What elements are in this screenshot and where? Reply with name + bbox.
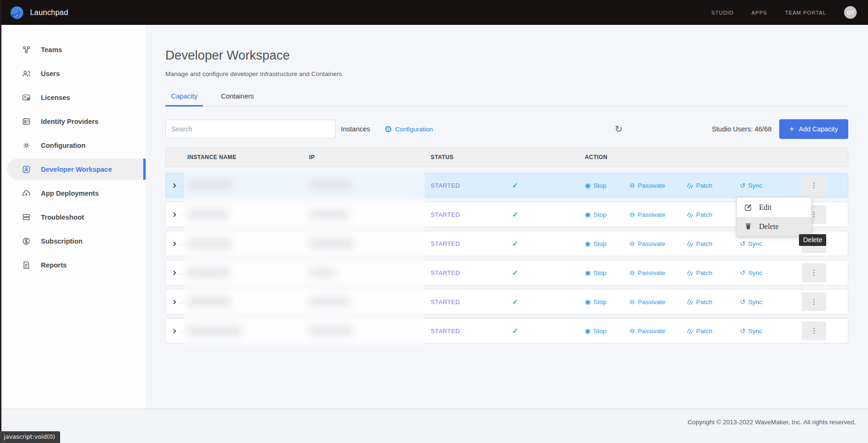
- top-navbar: Launchpad STUDIO APPS TEAM PORTAL GT: [0, 0, 868, 25]
- menu-item-edit[interactable]: Edit: [737, 198, 811, 217]
- menu-item-delete[interactable]: Delete: [737, 217, 811, 236]
- toolbar: Instances ⚙ Configuration ↻ Studio Users…: [165, 119, 848, 139]
- table-row: .. STARTED ✓ ◉Stop ⊖Passivate Patch ↺Syn…: [165, 173, 848, 198]
- sidebar-item-label: Developer Workspace: [41, 166, 112, 173]
- configuration-link[interactable]: ⚙ Configuration: [384, 125, 433, 134]
- sync-button[interactable]: ↺Sync: [740, 298, 782, 306]
- stop-icon: ◉: [585, 328, 590, 334]
- patch-button[interactable]: Patch: [687, 328, 740, 335]
- stop-button[interactable]: ◉Stop: [585, 211, 629, 218]
- row-menu-kebab-icon[interactable]: ⋮: [802, 263, 826, 282]
- row-menu-kebab-icon[interactable]: ⋮: [802, 176, 826, 195]
- sidebar-item-troubleshoot[interactable]: Troubleshoot: [0, 206, 146, 228]
- passivate-button[interactable]: ⊖Passivate: [629, 298, 687, 306]
- sync-icon: ↺: [740, 328, 745, 334]
- page-title: Developer Workspace: [165, 48, 848, 63]
- expand-chevron-icon[interactable]: [172, 299, 177, 305]
- brand[interactable]: Launchpad: [9, 5, 68, 20]
- sidebar-item-label: Licenses: [41, 94, 70, 101]
- stop-button[interactable]: ◉Stop: [585, 240, 629, 247]
- redacted-prefix: ..: [179, 183, 183, 188]
- expand-chevron-icon[interactable]: [172, 183, 177, 188]
- sidebar-item-developer-workspace[interactable]: Developer Workspace: [7, 159, 146, 180]
- redacted-instance-name: [187, 267, 230, 278]
- sidebar-item-reports[interactable]: Reports: [0, 254, 146, 275]
- redacted-ip: [309, 181, 352, 190]
- passivate-button[interactable]: ⊖Passivate: [629, 328, 687, 335]
- expand-chevron-icon[interactable]: [172, 212, 177, 217]
- tab-containers[interactable]: Containers: [215, 92, 259, 106]
- sidebar-item-users[interactable]: Users: [0, 63, 146, 84]
- passivate-button[interactable]: ⊖Passivate: [629, 240, 687, 247]
- patch-button[interactable]: Patch: [687, 211, 740, 218]
- status-badge: STARTED: [431, 182, 512, 189]
- table-row: .. STARTED ✓ ◉Stop ⊖Passivate Patch ↺Syn…: [165, 289, 848, 314]
- sync-icon: ↺: [740, 182, 745, 189]
- stop-icon: ◉: [585, 240, 590, 247]
- passivate-button[interactable]: ⊖Passivate: [629, 211, 687, 218]
- redacted-instance-name: [187, 238, 232, 249]
- passivate-button[interactable]: ⊖Passivate: [629, 182, 687, 189]
- sidebar-item-configuration[interactable]: Configuration: [0, 135, 146, 156]
- stop-button[interactable]: ◉Stop: [585, 182, 629, 189]
- sync-button[interactable]: ↺Sync: [740, 182, 782, 189]
- sync-button[interactable]: ↺Sync: [740, 269, 782, 276]
- gear-icon: ⚙: [384, 125, 392, 134]
- status-badge: STARTED: [431, 269, 512, 276]
- stop-icon: ◉: [585, 298, 590, 305]
- tab-capacity[interactable]: Capacity: [165, 92, 203, 106]
- refresh-icon[interactable]: ↻: [615, 124, 623, 134]
- table-row: .. STARTED ✓ ◉Stop ⊖Passivate Patch ↺Syn…: [165, 260, 848, 285]
- stop-button[interactable]: ◉Stop: [585, 328, 629, 335]
- sidebar-item-teams[interactable]: Teams: [0, 39, 146, 60]
- search-input[interactable]: [165, 120, 335, 138]
- sync-icon: ↺: [740, 269, 745, 276]
- developer-workspace-icon: [22, 165, 31, 174]
- sidebar-item-label: Troubleshoot: [41, 214, 84, 221]
- nav-link-apps[interactable]: APPS: [752, 10, 767, 15]
- column-action: ACTION: [585, 154, 848, 160]
- row-menu-kebab-icon[interactable]: ⋮: [802, 292, 826, 311]
- configuration-icon: [22, 141, 31, 150]
- success-check-icon: ✓: [512, 327, 518, 336]
- patch-button[interactable]: Patch: [687, 240, 740, 247]
- redacted-prefix: ..: [179, 270, 183, 275]
- passivate-icon: ⊖: [629, 182, 635, 189]
- patch-button[interactable]: Patch: [687, 298, 740, 306]
- patch-button[interactable]: Patch: [687, 269, 740, 276]
- row-menu-kebab-icon[interactable]: ⋮: [802, 321, 826, 340]
- sync-button[interactable]: ↺Sync: [740, 328, 782, 335]
- status-badge: STARTED: [431, 240, 512, 247]
- sidebar-item-label: Subscription: [41, 237, 83, 245]
- passivate-button[interactable]: ⊖Passivate: [629, 269, 687, 276]
- brand-name: Launchpad: [30, 8, 68, 17]
- add-capacity-label: Add Capacity: [799, 125, 838, 133]
- configuration-link-label: Configuration: [395, 126, 433, 133]
- stop-icon: ◉: [585, 269, 590, 276]
- sync-button[interactable]: ↺Sync: [740, 240, 782, 247]
- sidebar-item-identity-providers[interactable]: Identity Providers: [0, 111, 146, 132]
- expand-chevron-icon[interactable]: [172, 270, 177, 275]
- patch-button[interactable]: Patch: [687, 182, 740, 189]
- sidebar-item-licenses[interactable]: Licenses: [0, 87, 146, 108]
- sidebar-item-label: Users: [41, 70, 60, 77]
- redacted-instance-name: [187, 180, 232, 191]
- nav-link-team-portal[interactable]: TEAM PORTAL: [785, 10, 826, 15]
- add-capacity-button[interactable]: + Add Capacity: [779, 119, 848, 139]
- app-deployments-icon: [22, 189, 31, 198]
- patch-icon: [687, 270, 693, 276]
- redacted-instance-name: [187, 209, 229, 220]
- redacted-prefix: ..: [179, 328, 183, 334]
- expand-chevron-icon[interactable]: [172, 328, 177, 334]
- sidebar-item-app-deployments[interactable]: App Deployments: [0, 183, 146, 204]
- stop-button[interactable]: ◉Stop: [585, 269, 629, 276]
- passivate-icon: ⊖: [629, 211, 635, 218]
- user-avatar[interactable]: GT: [844, 6, 857, 19]
- table-row: .. STARTED ✓ ◉Stop ⊖Passivate Patch ↺Syn…: [165, 318, 848, 344]
- sidebar-item-subscription[interactable]: Subscription: [0, 230, 146, 252]
- nav-link-studio[interactable]: STUDIO: [711, 10, 734, 15]
- stop-button[interactable]: ◉Stop: [585, 298, 629, 306]
- redacted-prefix: ..: [179, 212, 183, 217]
- redacted-ip: [309, 239, 354, 248]
- expand-chevron-icon[interactable]: [172, 241, 177, 246]
